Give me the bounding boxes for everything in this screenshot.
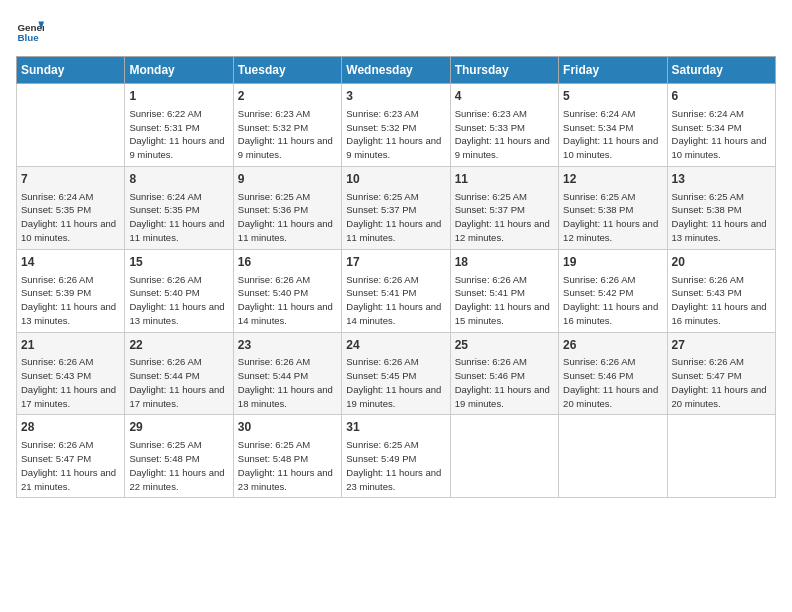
calendar-cell xyxy=(559,415,667,498)
week-row-0: 1Sunrise: 6:22 AMSunset: 5:31 PMDaylight… xyxy=(17,84,776,167)
calendar-cell: 8Sunrise: 6:24 AMSunset: 5:35 PMDaylight… xyxy=(125,166,233,249)
calendar-cell: 7Sunrise: 6:24 AMSunset: 5:35 PMDaylight… xyxy=(17,166,125,249)
day-number: 4 xyxy=(455,88,554,105)
day-number: 29 xyxy=(129,419,228,436)
cell-info: Sunrise: 6:26 AMSunset: 5:43 PMDaylight:… xyxy=(21,355,120,410)
cell-info: Sunrise: 6:26 AMSunset: 5:44 PMDaylight:… xyxy=(129,355,228,410)
day-number: 8 xyxy=(129,171,228,188)
cell-info: Sunrise: 6:26 AMSunset: 5:47 PMDaylight:… xyxy=(672,355,771,410)
cell-info: Sunrise: 6:25 AMSunset: 5:37 PMDaylight:… xyxy=(455,190,554,245)
day-number: 16 xyxy=(238,254,337,271)
calendar-cell xyxy=(667,415,775,498)
day-number: 31 xyxy=(346,419,445,436)
header-monday: Monday xyxy=(125,57,233,84)
cell-info: Sunrise: 6:25 AMSunset: 5:38 PMDaylight:… xyxy=(563,190,662,245)
day-number: 21 xyxy=(21,337,120,354)
day-number: 11 xyxy=(455,171,554,188)
calendar-cell: 6Sunrise: 6:24 AMSunset: 5:34 PMDaylight… xyxy=(667,84,775,167)
day-number: 30 xyxy=(238,419,337,436)
cell-info: Sunrise: 6:24 AMSunset: 5:35 PMDaylight:… xyxy=(129,190,228,245)
cell-info: Sunrise: 6:26 AMSunset: 5:43 PMDaylight:… xyxy=(672,273,771,328)
calendar-cell: 11Sunrise: 6:25 AMSunset: 5:37 PMDayligh… xyxy=(450,166,558,249)
day-number: 19 xyxy=(563,254,662,271)
calendar-cell: 13Sunrise: 6:25 AMSunset: 5:38 PMDayligh… xyxy=(667,166,775,249)
calendar-cell: 31Sunrise: 6:25 AMSunset: 5:49 PMDayligh… xyxy=(342,415,450,498)
calendar-cell: 25Sunrise: 6:26 AMSunset: 5:46 PMDayligh… xyxy=(450,332,558,415)
cell-info: Sunrise: 6:26 AMSunset: 5:44 PMDaylight:… xyxy=(238,355,337,410)
day-number: 24 xyxy=(346,337,445,354)
week-row-1: 7Sunrise: 6:24 AMSunset: 5:35 PMDaylight… xyxy=(17,166,776,249)
logo-icon: General Blue xyxy=(16,16,44,44)
cell-info: Sunrise: 6:26 AMSunset: 5:46 PMDaylight:… xyxy=(563,355,662,410)
calendar-cell: 29Sunrise: 6:25 AMSunset: 5:48 PMDayligh… xyxy=(125,415,233,498)
calendar-cell: 12Sunrise: 6:25 AMSunset: 5:38 PMDayligh… xyxy=(559,166,667,249)
day-number: 1 xyxy=(129,88,228,105)
calendar-cell: 9Sunrise: 6:25 AMSunset: 5:36 PMDaylight… xyxy=(233,166,341,249)
day-number: 20 xyxy=(672,254,771,271)
header-wednesday: Wednesday xyxy=(342,57,450,84)
cell-info: Sunrise: 6:23 AMSunset: 5:32 PMDaylight:… xyxy=(238,107,337,162)
calendar-cell: 10Sunrise: 6:25 AMSunset: 5:37 PMDayligh… xyxy=(342,166,450,249)
calendar-cell: 1Sunrise: 6:22 AMSunset: 5:31 PMDaylight… xyxy=(125,84,233,167)
calendar-cell: 14Sunrise: 6:26 AMSunset: 5:39 PMDayligh… xyxy=(17,249,125,332)
day-number: 3 xyxy=(346,88,445,105)
day-number: 25 xyxy=(455,337,554,354)
cell-info: Sunrise: 6:24 AMSunset: 5:34 PMDaylight:… xyxy=(563,107,662,162)
header-friday: Friday xyxy=(559,57,667,84)
calendar-cell: 18Sunrise: 6:26 AMSunset: 5:41 PMDayligh… xyxy=(450,249,558,332)
day-number: 13 xyxy=(672,171,771,188)
cell-info: Sunrise: 6:25 AMSunset: 5:37 PMDaylight:… xyxy=(346,190,445,245)
day-number: 7 xyxy=(21,171,120,188)
cell-info: Sunrise: 6:26 AMSunset: 5:45 PMDaylight:… xyxy=(346,355,445,410)
calendar-cell xyxy=(17,84,125,167)
cell-info: Sunrise: 6:23 AMSunset: 5:33 PMDaylight:… xyxy=(455,107,554,162)
svg-text:Blue: Blue xyxy=(17,32,39,43)
cell-info: Sunrise: 6:25 AMSunset: 5:36 PMDaylight:… xyxy=(238,190,337,245)
day-number: 28 xyxy=(21,419,120,436)
calendar-cell: 3Sunrise: 6:23 AMSunset: 5:32 PMDaylight… xyxy=(342,84,450,167)
cell-info: Sunrise: 6:23 AMSunset: 5:32 PMDaylight:… xyxy=(346,107,445,162)
week-row-2: 14Sunrise: 6:26 AMSunset: 5:39 PMDayligh… xyxy=(17,249,776,332)
logo: General Blue xyxy=(16,16,48,44)
day-number: 5 xyxy=(563,88,662,105)
cell-info: Sunrise: 6:26 AMSunset: 5:41 PMDaylight:… xyxy=(455,273,554,328)
day-number: 14 xyxy=(21,254,120,271)
calendar-cell: 23Sunrise: 6:26 AMSunset: 5:44 PMDayligh… xyxy=(233,332,341,415)
calendar-cell: 26Sunrise: 6:26 AMSunset: 5:46 PMDayligh… xyxy=(559,332,667,415)
header-thursday: Thursday xyxy=(450,57,558,84)
calendar-cell xyxy=(450,415,558,498)
calendar-cell: 2Sunrise: 6:23 AMSunset: 5:32 PMDaylight… xyxy=(233,84,341,167)
calendar-cell: 24Sunrise: 6:26 AMSunset: 5:45 PMDayligh… xyxy=(342,332,450,415)
cell-info: Sunrise: 6:24 AMSunset: 5:35 PMDaylight:… xyxy=(21,190,120,245)
calendar-cell: 4Sunrise: 6:23 AMSunset: 5:33 PMDaylight… xyxy=(450,84,558,167)
calendar-table: SundayMondayTuesdayWednesdayThursdayFrid… xyxy=(16,56,776,498)
day-number: 22 xyxy=(129,337,228,354)
page-header: General Blue xyxy=(16,16,776,44)
day-number: 2 xyxy=(238,88,337,105)
cell-info: Sunrise: 6:25 AMSunset: 5:49 PMDaylight:… xyxy=(346,438,445,493)
cell-info: Sunrise: 6:24 AMSunset: 5:34 PMDaylight:… xyxy=(672,107,771,162)
day-number: 27 xyxy=(672,337,771,354)
cell-info: Sunrise: 6:22 AMSunset: 5:31 PMDaylight:… xyxy=(129,107,228,162)
calendar-cell: 27Sunrise: 6:26 AMSunset: 5:47 PMDayligh… xyxy=(667,332,775,415)
day-number: 23 xyxy=(238,337,337,354)
week-row-4: 28Sunrise: 6:26 AMSunset: 5:47 PMDayligh… xyxy=(17,415,776,498)
day-number: 18 xyxy=(455,254,554,271)
calendar-cell: 21Sunrise: 6:26 AMSunset: 5:43 PMDayligh… xyxy=(17,332,125,415)
day-number: 26 xyxy=(563,337,662,354)
calendar-cell: 5Sunrise: 6:24 AMSunset: 5:34 PMDaylight… xyxy=(559,84,667,167)
calendar-cell: 19Sunrise: 6:26 AMSunset: 5:42 PMDayligh… xyxy=(559,249,667,332)
calendar-cell: 20Sunrise: 6:26 AMSunset: 5:43 PMDayligh… xyxy=(667,249,775,332)
cell-info: Sunrise: 6:25 AMSunset: 5:48 PMDaylight:… xyxy=(238,438,337,493)
cell-info: Sunrise: 6:25 AMSunset: 5:38 PMDaylight:… xyxy=(672,190,771,245)
cell-info: Sunrise: 6:26 AMSunset: 5:42 PMDaylight:… xyxy=(563,273,662,328)
day-number: 6 xyxy=(672,88,771,105)
calendar-cell: 17Sunrise: 6:26 AMSunset: 5:41 PMDayligh… xyxy=(342,249,450,332)
calendar-cell: 28Sunrise: 6:26 AMSunset: 5:47 PMDayligh… xyxy=(17,415,125,498)
day-number: 10 xyxy=(346,171,445,188)
header-sunday: Sunday xyxy=(17,57,125,84)
calendar-cell: 15Sunrise: 6:26 AMSunset: 5:40 PMDayligh… xyxy=(125,249,233,332)
day-number: 17 xyxy=(346,254,445,271)
cell-info: Sunrise: 6:26 AMSunset: 5:39 PMDaylight:… xyxy=(21,273,120,328)
day-number: 15 xyxy=(129,254,228,271)
